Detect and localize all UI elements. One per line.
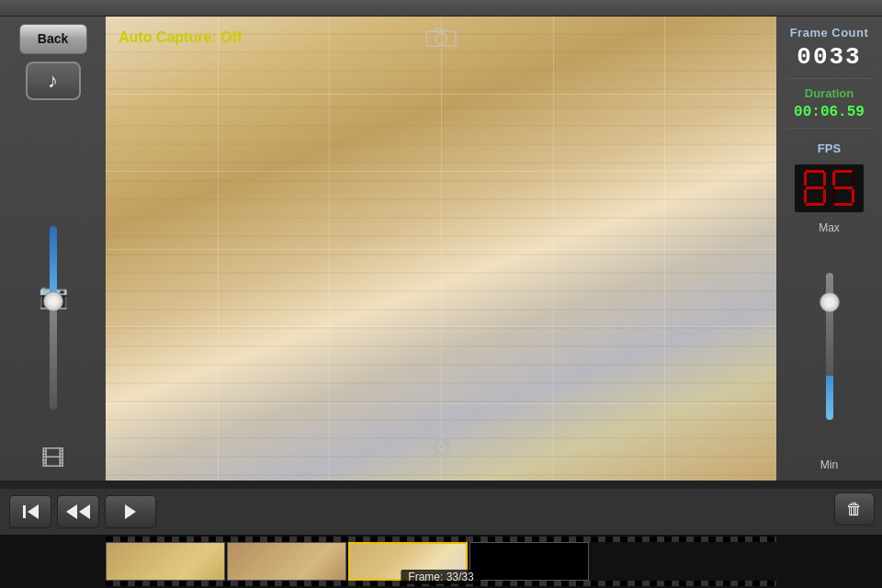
exposure-slider[interactable]: [50, 226, 57, 410]
svg-rect-2: [435, 28, 443, 32]
delete-button[interactable]: 🗑: [834, 492, 875, 526]
fps-digit-8: [802, 168, 828, 209]
frame-label: Frame: 33/33: [408, 571, 473, 583]
play-button[interactable]: [105, 495, 156, 528]
fps-slider-container: [826, 238, 833, 455]
exposure-slider-container: [50, 226, 57, 428]
music-button[interactable]: ♪: [26, 62, 81, 100]
rewind-button[interactable]: [57, 495, 99, 528]
duration-value: 00:06.59: [794, 104, 865, 120]
delete-icon: 🗑: [846, 500, 863, 519]
top-bar: [0, 0, 882, 17]
divider-1: [787, 78, 872, 79]
film-thumb-empty: [469, 542, 589, 581]
svg-point-1: [435, 33, 447, 44]
film-thumb-1[interactable]: [106, 542, 225, 581]
camera-center-icon: [424, 26, 458, 52]
filmstrip: Time: 00:06.40 Frame: 33/33: [106, 537, 776, 586]
viewport-image: Auto Capture: Off ⚙: [106, 17, 776, 481]
fps-slider[interactable]: [826, 273, 833, 420]
playback-row: [0, 489, 882, 535]
frame-count-label: Frame Count: [790, 26, 869, 40]
auto-capture-label: Auto Capture: Off: [119, 29, 242, 46]
film-icon[interactable]: 🎞: [41, 445, 65, 473]
back-button[interactable]: Back: [19, 24, 87, 54]
filmstrip-perfs-top: [106, 537, 776, 542]
divider-2: [787, 128, 872, 129]
film-thumb-2[interactable]: [227, 542, 346, 581]
min-label: Min: [820, 458, 838, 471]
play-icon: [125, 504, 136, 519]
skip-start-icon: [23, 504, 39, 519]
max-label: Max: [819, 221, 840, 234]
bottom-area: 🗑 Time: 00:06.40: [0, 481, 882, 588]
frame-overlay: Frame: 33/33: [401, 570, 481, 584]
filmstrip-row: Time: 00:06.40 Frame: 33/33: [0, 535, 882, 588]
rewind-icon: [66, 504, 90, 519]
frame-count-value: 0033: [797, 43, 861, 71]
music-icon: ♪: [48, 69, 58, 93]
thumb-image-1: [107, 543, 224, 580]
skip-start-button[interactable]: [9, 495, 51, 528]
fps-digit-5: [831, 168, 856, 209]
fps-display: [793, 163, 865, 214]
left-panel: Back ♪ 📷 🎞: [0, 17, 106, 481]
thumb-image-2: [228, 543, 345, 580]
gear-icon[interactable]: ⚙: [430, 432, 453, 462]
right-panel: Frame Count 0033 Duration 00:06.59 FPS M…: [776, 17, 882, 481]
duration-label: Duration: [805, 86, 854, 100]
fps-label: FPS: [818, 141, 841, 155]
main-viewport: Auto Capture: Off ⚙: [106, 17, 776, 481]
